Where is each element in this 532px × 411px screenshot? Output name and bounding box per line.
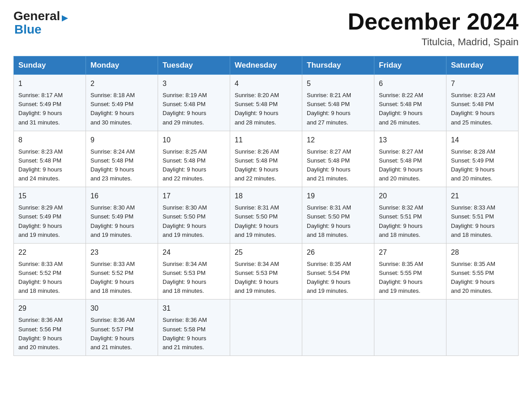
calendar-cell xyxy=(302,300,374,356)
calendar-cell: 12Sunrise: 8:27 AMSunset: 5:48 PMDayligh… xyxy=(302,131,374,187)
calendar-cell: 21Sunrise: 8:33 AMSunset: 5:51 PMDayligh… xyxy=(446,187,519,244)
day-number: 30 xyxy=(90,303,153,314)
calendar-week-row: 15Sunrise: 8:29 AMSunset: 5:49 PMDayligh… xyxy=(14,187,519,244)
day-info: Sunrise: 8:17 AMSunset: 5:49 PMDaylight:… xyxy=(18,91,81,127)
day-number: 4 xyxy=(235,78,297,89)
day-number: 1 xyxy=(18,78,81,89)
calendar-cell: 14Sunrise: 8:28 AMSunset: 5:49 PMDayligh… xyxy=(446,131,519,187)
calendar-cell xyxy=(230,300,302,356)
day-info: Sunrise: 8:25 AMSunset: 5:48 PMDaylight:… xyxy=(163,147,225,184)
day-number: 24 xyxy=(163,247,225,258)
calendar-cell xyxy=(374,300,446,356)
day-info: Sunrise: 8:23 AMSunset: 5:48 PMDaylight:… xyxy=(451,91,514,127)
day-number: 18 xyxy=(235,191,297,201)
calendar-cell: 9Sunrise: 8:24 AMSunset: 5:48 PMDaylight… xyxy=(86,131,158,187)
calendar-cell: 16Sunrise: 8:30 AMSunset: 5:49 PMDayligh… xyxy=(86,187,158,244)
day-info: Sunrise: 8:36 AMSunset: 5:58 PMDaylight:… xyxy=(163,316,225,352)
calendar-cell: 13Sunrise: 8:27 AMSunset: 5:48 PMDayligh… xyxy=(374,131,446,187)
logo-blue-text: Blue xyxy=(14,22,42,37)
day-number: 17 xyxy=(163,191,225,201)
calendar-week-row: 8Sunrise: 8:23 AMSunset: 5:48 PMDaylight… xyxy=(14,131,519,187)
calendar-cell: 1Sunrise: 8:17 AMSunset: 5:49 PMDaylight… xyxy=(14,75,86,131)
day-number: 22 xyxy=(18,247,81,258)
calendar-cell xyxy=(446,300,519,356)
day-info: Sunrise: 8:36 AMSunset: 5:57 PMDaylight:… xyxy=(90,316,153,352)
day-info: Sunrise: 8:34 AMSunset: 5:53 PMDaylight:… xyxy=(235,260,297,296)
calendar-cell: 26Sunrise: 8:35 AMSunset: 5:54 PMDayligh… xyxy=(302,243,374,300)
day-number: 12 xyxy=(307,135,369,146)
calendar-cell: 23Sunrise: 8:33 AMSunset: 5:52 PMDayligh… xyxy=(86,243,158,300)
day-info: Sunrise: 8:21 AMSunset: 5:48 PMDaylight:… xyxy=(307,91,369,127)
location-subtitle: Titulcia, Madrid, Spain xyxy=(348,36,519,48)
day-number: 25 xyxy=(235,247,297,258)
day-info: Sunrise: 8:33 AMSunset: 5:52 PMDaylight:… xyxy=(90,260,153,296)
calendar-cell: 17Sunrise: 8:30 AMSunset: 5:50 PMDayligh… xyxy=(158,187,230,244)
calendar-cell: 27Sunrise: 8:35 AMSunset: 5:55 PMDayligh… xyxy=(374,243,446,300)
day-info: Sunrise: 8:18 AMSunset: 5:49 PMDaylight:… xyxy=(90,91,153,127)
day-number: 13 xyxy=(379,135,442,146)
logo-general-text: General xyxy=(13,9,60,23)
day-number: 9 xyxy=(90,135,153,146)
day-number: 10 xyxy=(163,135,225,146)
calendar-cell: 8Sunrise: 8:23 AMSunset: 5:48 PMDaylight… xyxy=(14,131,86,187)
calendar-cell: 24Sunrise: 8:34 AMSunset: 5:53 PMDayligh… xyxy=(158,243,230,300)
calendar-cell: 4Sunrise: 8:20 AMSunset: 5:48 PMDaylight… xyxy=(230,75,302,131)
day-number: 8 xyxy=(18,135,81,146)
day-info: Sunrise: 8:33 AMSunset: 5:51 PMDaylight:… xyxy=(451,203,514,240)
calendar-cell: 19Sunrise: 8:31 AMSunset: 5:50 PMDayligh… xyxy=(302,187,374,244)
header-monday: Monday xyxy=(86,56,158,75)
day-info: Sunrise: 8:19 AMSunset: 5:48 PMDaylight:… xyxy=(163,91,225,127)
calendar-week-row: 1Sunrise: 8:17 AMSunset: 5:49 PMDaylight… xyxy=(14,75,519,131)
day-info: Sunrise: 8:30 AMSunset: 5:50 PMDaylight:… xyxy=(163,203,225,240)
day-info: Sunrise: 8:27 AMSunset: 5:48 PMDaylight:… xyxy=(379,147,442,184)
day-info: Sunrise: 8:27 AMSunset: 5:48 PMDaylight:… xyxy=(307,147,369,184)
day-info: Sunrise: 8:28 AMSunset: 5:49 PMDaylight:… xyxy=(451,147,514,184)
day-number: 19 xyxy=(307,191,369,201)
day-number: 7 xyxy=(451,78,514,89)
day-number: 2 xyxy=(90,78,153,89)
day-info: Sunrise: 8:34 AMSunset: 5:53 PMDaylight:… xyxy=(163,260,225,296)
calendar-week-row: 22Sunrise: 8:33 AMSunset: 5:52 PMDayligh… xyxy=(14,243,519,300)
day-number: 3 xyxy=(163,78,225,89)
day-info: Sunrise: 8:20 AMSunset: 5:48 PMDaylight:… xyxy=(235,91,297,127)
day-info: Sunrise: 8:29 AMSunset: 5:49 PMDaylight:… xyxy=(18,203,81,240)
day-number: 14 xyxy=(451,135,514,146)
day-number: 20 xyxy=(379,191,442,201)
day-info: Sunrise: 8:32 AMSunset: 5:51 PMDaylight:… xyxy=(379,203,442,240)
day-number: 21 xyxy=(451,191,514,201)
day-number: 16 xyxy=(90,191,153,201)
day-number: 29 xyxy=(18,303,81,314)
calendar-cell: 28Sunrise: 8:35 AMSunset: 5:55 PMDayligh… xyxy=(446,243,519,300)
day-number: 26 xyxy=(307,247,369,258)
calendar-cell: 11Sunrise: 8:26 AMSunset: 5:48 PMDayligh… xyxy=(230,131,302,187)
calendar-cell: 30Sunrise: 8:36 AMSunset: 5:57 PMDayligh… xyxy=(86,300,158,356)
calendar-cell: 22Sunrise: 8:33 AMSunset: 5:52 PMDayligh… xyxy=(14,243,86,300)
calendar-cell: 7Sunrise: 8:23 AMSunset: 5:48 PMDaylight… xyxy=(446,75,519,131)
day-number: 6 xyxy=(379,78,442,89)
day-number: 5 xyxy=(307,78,369,89)
day-info: Sunrise: 8:31 AMSunset: 5:50 PMDaylight:… xyxy=(307,203,369,240)
calendar-cell: 29Sunrise: 8:36 AMSunset: 5:56 PMDayligh… xyxy=(14,300,86,356)
day-info: Sunrise: 8:24 AMSunset: 5:48 PMDaylight:… xyxy=(90,147,153,184)
day-number: 27 xyxy=(379,247,442,258)
calendar-cell: 10Sunrise: 8:25 AMSunset: 5:48 PMDayligh… xyxy=(158,131,230,187)
calendar-cell: 6Sunrise: 8:22 AMSunset: 5:48 PMDaylight… xyxy=(374,75,446,131)
calendar-cell: 3Sunrise: 8:19 AMSunset: 5:48 PMDaylight… xyxy=(158,75,230,131)
day-info: Sunrise: 8:35 AMSunset: 5:55 PMDaylight:… xyxy=(379,260,442,296)
logo: General Blue xyxy=(13,9,70,37)
header-saturday: Saturday xyxy=(446,56,519,75)
calendar-cell: 31Sunrise: 8:36 AMSunset: 5:58 PMDayligh… xyxy=(158,300,230,356)
svg-marker-0 xyxy=(62,15,68,21)
calendar-cell: 15Sunrise: 8:29 AMSunset: 5:49 PMDayligh… xyxy=(14,187,86,244)
page-header: General Blue December 2024 Titulcia, Mad… xyxy=(13,9,519,48)
day-info: Sunrise: 8:31 AMSunset: 5:50 PMDaylight:… xyxy=(235,203,297,240)
header-tuesday: Tuesday xyxy=(158,56,230,75)
calendar-cell: 5Sunrise: 8:21 AMSunset: 5:48 PMDaylight… xyxy=(302,75,374,131)
day-info: Sunrise: 8:33 AMSunset: 5:52 PMDaylight:… xyxy=(18,260,81,296)
calendar-cell: 18Sunrise: 8:31 AMSunset: 5:50 PMDayligh… xyxy=(230,187,302,244)
day-number: 11 xyxy=(235,135,297,146)
logo-arrow-icon xyxy=(60,13,70,23)
header-friday: Friday xyxy=(374,56,446,75)
day-info: Sunrise: 8:22 AMSunset: 5:48 PMDaylight:… xyxy=(379,91,442,127)
day-number: 23 xyxy=(90,247,153,258)
